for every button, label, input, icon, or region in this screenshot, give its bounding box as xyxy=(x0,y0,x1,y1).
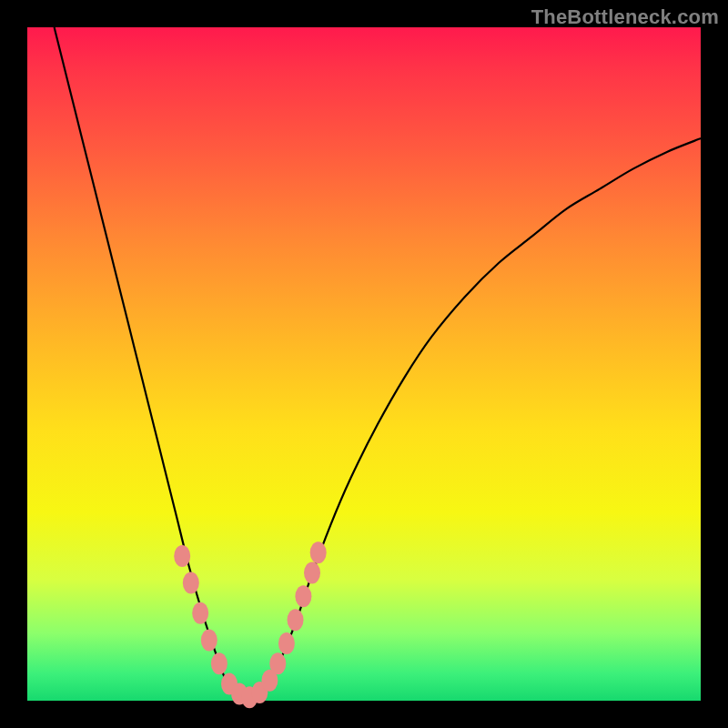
curve-marker xyxy=(278,632,295,654)
watermark-text: TheBottleneck.com xyxy=(531,5,719,29)
curve-marker xyxy=(201,629,217,651)
right-curve xyxy=(247,138,702,701)
curve-marker xyxy=(304,561,320,583)
left-curve xyxy=(55,27,247,701)
curve-layer xyxy=(27,27,701,701)
marker-group xyxy=(174,541,326,708)
curve-marker xyxy=(183,572,199,594)
curve-marker xyxy=(295,585,311,607)
chart-stage: TheBottleneck.com xyxy=(0,0,728,728)
curve-marker xyxy=(192,602,208,624)
curve-marker xyxy=(174,545,190,567)
plot-area xyxy=(27,27,701,701)
curve-marker xyxy=(269,652,286,674)
curve-marker xyxy=(288,609,304,631)
curve-marker xyxy=(211,652,228,674)
curve-marker xyxy=(310,541,327,563)
